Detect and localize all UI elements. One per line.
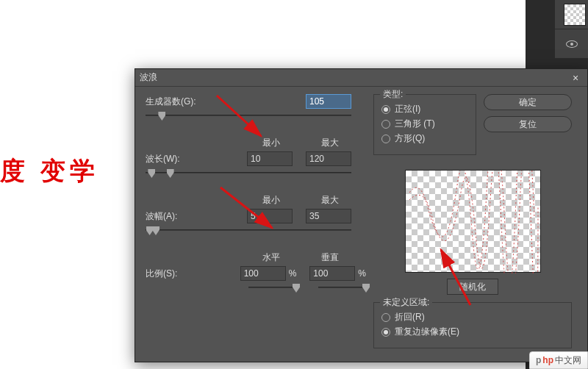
radio-label: 折回(R) (395, 311, 425, 323)
type-legend: 类型: (380, 88, 406, 101)
radio-icon (381, 105, 390, 114)
randomize-button[interactable]: 随机化 (447, 279, 498, 295)
percent-label: % (358, 268, 366, 279)
ok-button[interactable]: 确定 (484, 94, 572, 110)
dialog-titlebar[interactable]: 波浪 × (135, 69, 587, 87)
slider-thumb-icon[interactable] (148, 169, 155, 178)
generators-slider[interactable] (146, 115, 351, 116)
generators-group: 生成器数(G): (146, 94, 366, 116)
layer-visibility-row[interactable] (555, 0, 588, 29)
type-radio-square[interactable]: 方形(Q) (381, 132, 468, 145)
wave-dialog: 波浪 × 生成器数(G): 最小 最大 波长(W): (135, 68, 588, 362)
dialog-title: 波浪 (140, 71, 157, 84)
amplitude-label: 波幅(A): (146, 210, 234, 223)
amplitude-group: 最小 最大 波幅(A): (146, 194, 366, 231)
percent-label: % (289, 268, 297, 279)
undefined-radio-repeat[interactable]: 重复边缘像素(E) (381, 326, 564, 338)
generators-input[interactable] (306, 94, 351, 109)
preview-wave-icon (406, 171, 542, 273)
radio-label: 方形(Q) (395, 132, 425, 145)
slider-thumb-icon[interactable] (293, 284, 300, 293)
wavelength-label: 波长(W): (146, 153, 234, 165)
amplitude-max-input[interactable] (306, 209, 351, 223)
amplitude-max-label: 最大 (307, 194, 353, 207)
scale-v-label: 垂直 (307, 251, 353, 264)
wavelength-slider[interactable] (146, 172, 351, 173)
scale-label: 比例(S): (146, 268, 227, 280)
wavelength-min-input[interactable] (247, 151, 293, 166)
type-fieldset: 类型: 正弦(I) 三角形 (T) 方形(Q) (373, 94, 476, 155)
scale-h-slider[interactable] (248, 287, 296, 288)
close-button[interactable]: × (568, 71, 583, 85)
amplitude-min-input[interactable] (247, 209, 293, 223)
canvas-sample-text: 度 变学 (0, 154, 99, 188)
undefined-radio-wrap[interactable]: 折回(R) (381, 311, 564, 323)
preview-area (405, 170, 541, 273)
radio-label: 正弦(I) (395, 103, 420, 115)
watermark: p hp 中文网 (529, 351, 588, 369)
slider-thumb-icon[interactable] (167, 169, 174, 178)
layer-thumbnail (564, 4, 586, 26)
radio-icon (381, 328, 390, 337)
wavelength-max-label: 最大 (307, 137, 353, 149)
slider-thumb-icon[interactable] (158, 112, 165, 121)
radio-icon (381, 135, 390, 143)
wavelength-max-input[interactable] (306, 151, 351, 166)
scale-v-slider[interactable] (318, 287, 366, 288)
radio-icon (381, 313, 390, 322)
wavelength-group: 最小 最大 波长(W): (146, 137, 366, 173)
type-radio-sine[interactable]: 正弦(I) (381, 103, 468, 115)
scale-h-label: 水平 (248, 251, 294, 264)
radio-icon (381, 120, 390, 129)
layer-visibility-row[interactable] (555, 29, 588, 59)
undefined-area-legend: 未定义区域: (380, 296, 432, 309)
watermark-p: p (536, 355, 541, 365)
amplitude-slider[interactable] (146, 229, 351, 231)
undefined-area-fieldset: 未定义区域: 折回(R) 重复边缘像素(E) (373, 302, 572, 348)
amplitude-min-label: 最小 (248, 194, 294, 207)
layers-panel (555, 0, 588, 59)
reset-button[interactable]: 复位 (484, 116, 572, 132)
scale-v-input[interactable] (309, 266, 355, 281)
scale-h-input[interactable] (240, 266, 286, 281)
scale-group: 水平 垂直 比例(S): % % (146, 251, 366, 288)
radio-label: 重复边缘像素(E) (395, 326, 459, 338)
watermark-hp: hp (542, 355, 553, 365)
wavelength-min-label: 最小 (248, 137, 294, 149)
watermark-cn: 中文网 (555, 354, 581, 367)
eye-icon (566, 40, 578, 48)
slider-thumb-icon[interactable] (152, 226, 159, 235)
radio-label: 三角形 (T) (395, 118, 435, 130)
type-radio-triangle[interactable]: 三角形 (T) (381, 118, 468, 130)
generators-label: 生成器数(G): (146, 96, 234, 108)
